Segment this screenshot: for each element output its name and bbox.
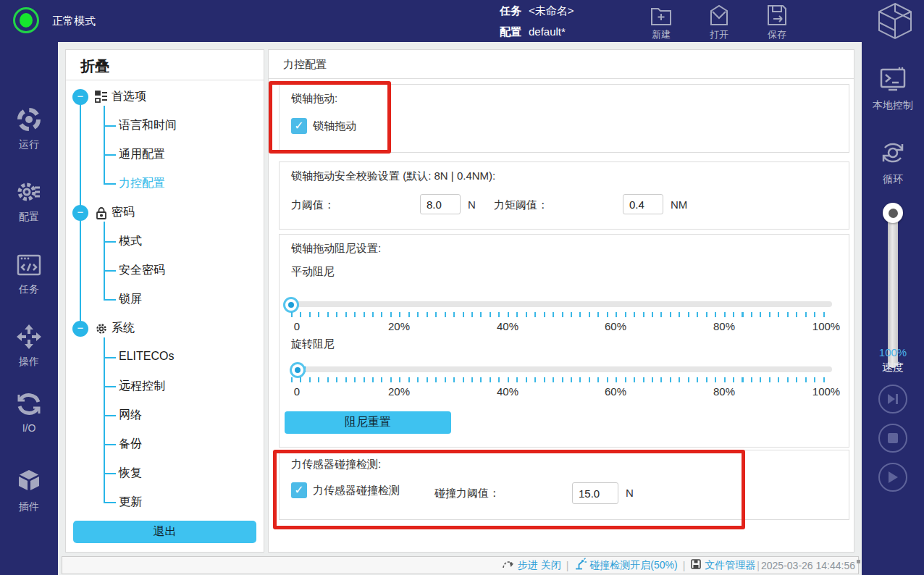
loop-button[interactable]: 循环 <box>862 138 924 186</box>
checkbox-label: 力传感器碰撞检测 <box>313 484 400 498</box>
nav-operate-label: 操作 <box>19 356 39 369</box>
lock-axis-drag-checkbox-row[interactable]: ✓ 锁轴拖动 <box>291 118 356 134</box>
damping-section: 锁轴拖动阻尼设置: 平动阻尼 0 20% 40% 60% 80% 100% 旋转… <box>279 234 849 448</box>
collapse-node-icon[interactable]: − <box>72 321 88 337</box>
local-control-label: 本地控制 <box>873 99 913 112</box>
tree-item-force-control-config[interactable]: 力控配置 <box>66 169 264 198</box>
damping-reset-button[interactable]: 阻尼重置 <box>285 411 451 434</box>
speed-slider-track[interactable] <box>888 212 898 368</box>
force-threshold-label: 力阈值： <box>291 198 335 212</box>
play-button[interactable] <box>878 463 907 492</box>
nav-run[interactable]: 运行 <box>0 106 58 151</box>
save-label: 保存 <box>768 28 786 41</box>
divider <box>269 78 854 79</box>
collision-detection-icon <box>574 558 587 573</box>
step-status[interactable]: 步进 关闭 <box>502 558 561 572</box>
new-file-icon <box>648 3 674 28</box>
save-icon <box>764 3 790 28</box>
nav-plugin[interactable]: 插件 <box>0 468 58 513</box>
rotation-damping-slider-track[interactable] <box>291 366 832 372</box>
checkbox-checked-icon[interactable]: ✓ <box>291 118 307 134</box>
nav-operate[interactable]: 操作 <box>0 323 58 369</box>
local-control-button[interactable]: 本地控制 <box>862 65 924 112</box>
left-nav: 运行 配置 任务 操作 <box>0 42 58 575</box>
tree-group-label[interactable]: 密码 <box>112 205 135 220</box>
checkbox-checked-icon[interactable]: ✓ <box>291 482 307 498</box>
brand-logo-icon <box>875 1 915 43</box>
open-task-button[interactable]: 打开 <box>694 3 744 41</box>
tree-group-system[interactable]: − 系统 <box>66 314 264 343</box>
checkbox-label: 锁轴拖动 <box>313 119 356 133</box>
right-nav: 本地控制 循环 100% 速度 <box>862 42 924 575</box>
tree-group-label[interactable]: 系统 <box>112 321 135 336</box>
collapse-node-icon[interactable]: − <box>72 205 88 221</box>
scale-label: 0 <box>294 385 300 398</box>
nav-run-label: 运行 <box>19 138 39 151</box>
section-title: 锁轴拖动阻尼设置: <box>291 242 381 256</box>
settings-gear-icon <box>15 178 43 209</box>
force-unit: N <box>468 198 476 211</box>
plugin-cube-icon <box>15 468 43 498</box>
tree-group-label[interactable]: 首选项 <box>112 89 146 104</box>
io-sync-icon <box>16 391 42 420</box>
task-label: 任务 <box>500 4 521 17</box>
new-task-button[interactable]: 新建 <box>636 3 686 41</box>
step-next-button[interactable] <box>878 385 907 414</box>
tree-item-mode[interactable]: 模式 <box>66 227 264 256</box>
open-task-label: 打开 <box>710 28 728 41</box>
torque-threshold-input[interactable] <box>623 194 663 214</box>
config-row: 配置default* <box>500 25 566 39</box>
timestamp: 2025-03-26 14:44:56 <box>761 560 855 571</box>
collision-status[interactable]: 碰撞检测开启(50%) <box>574 558 677 573</box>
stop-button[interactable] <box>878 424 907 453</box>
scale-label: 100% <box>812 320 840 332</box>
tree-header: 折叠 <box>66 50 264 80</box>
local-control-icon <box>878 65 908 97</box>
nav-config[interactable]: 配置 <box>0 178 58 224</box>
mode-label: 正常模式 <box>52 14 96 28</box>
tree-group-preferences[interactable]: − 首选项 <box>66 83 264 112</box>
collision-threshold-input[interactable] <box>572 482 618 504</box>
tree-item-remote-control[interactable]: 远程控制 <box>66 372 264 401</box>
tree-item-update[interactable]: 更新 <box>66 488 264 517</box>
status-bar: 步进 关闭 | 碰撞检测开启(50%) | 文件管理器 | 2025-03-26… <box>62 556 859 574</box>
force-threshold-input[interactable] <box>420 194 461 214</box>
scale-label: 20% <box>388 385 410 398</box>
translation-damping-slider-handle[interactable] <box>283 297 299 313</box>
speed-label: 速度 <box>862 361 924 374</box>
task-row: 任务<未命名> <box>500 4 574 18</box>
separator: | <box>683 560 686 571</box>
file-manager-link[interactable]: 文件管理器 <box>690 558 755 572</box>
rotation-damping-slider-handle[interactable] <box>290 362 306 378</box>
tree-item-network[interactable]: 网络 <box>66 401 264 430</box>
tree-group-password[interactable]: − 密码 <box>66 198 264 227</box>
slider-ticks <box>291 312 832 317</box>
tree-item-language-time[interactable]: 语言和时间 <box>66 112 264 140</box>
tree-item-elitecos[interactable]: ELITECOs <box>66 343 264 372</box>
tree-item-backup[interactable]: 备份 <box>66 430 264 459</box>
scrollbar-thumb[interactable] <box>857 560 860 563</box>
exit-button[interactable]: 退出 <box>73 521 256 543</box>
translation-damping-slider-track[interactable] <box>291 301 832 307</box>
tree-item-safety-password[interactable]: 安全密码 <box>66 256 264 285</box>
nav-task[interactable]: 任务 <box>0 252 58 296</box>
collapse-node-icon[interactable]: − <box>72 89 88 105</box>
collision-checkbox-row[interactable]: ✓ 力传感器碰撞检测 <box>291 482 400 498</box>
collision-threshold-label: 碰撞力阈值： <box>434 487 500 500</box>
rotation-damping-label: 旋转阻尼 <box>291 337 335 351</box>
tree-item-restore[interactable]: 恢复 <box>66 459 264 488</box>
nav-config-label: 配置 <box>19 211 39 224</box>
nav-plugin-label: 插件 <box>19 500 39 513</box>
save-task-button[interactable]: 保存 <box>752 3 802 41</box>
nav-io[interactable]: I/O <box>0 391 58 434</box>
scale-label: 60% <box>605 320 626 332</box>
speed-slider-handle[interactable] <box>883 203 903 223</box>
translation-damping-label: 平动阻尼 <box>291 265 335 279</box>
section-title: 锁轴拖动: <box>291 92 337 106</box>
tree-item-lock-screen[interactable]: 锁屏 <box>66 285 264 314</box>
collapse-label[interactable]: 折叠 <box>80 56 109 76</box>
slider-ticks <box>291 377 832 382</box>
scale-label: 40% <box>497 320 518 332</box>
tree-item-general-config[interactable]: 通用配置 <box>66 140 264 169</box>
scale-label: 80% <box>713 320 735 332</box>
